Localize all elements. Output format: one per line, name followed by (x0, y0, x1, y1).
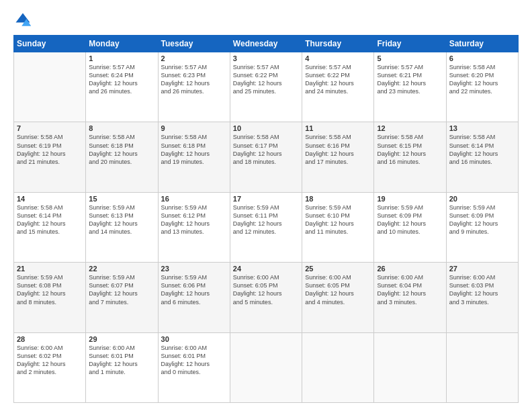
day-header: Wednesday (230, 36, 302, 52)
calendar-cell: 3Sunrise: 5:57 AM Sunset: 6:22 PM Daylig… (230, 52, 302, 122)
day-info: Sunrise: 5:57 AM Sunset: 6:22 PM Dayligh… (305, 63, 371, 96)
day-number: 28 (17, 335, 83, 343)
calendar-cell: 1Sunrise: 5:57 AM Sunset: 6:24 PM Daylig… (86, 52, 158, 122)
calendar-cell (14, 52, 86, 122)
calendar-cell: 15Sunrise: 5:59 AM Sunset: 6:13 PM Dayli… (86, 192, 158, 262)
calendar-row: 7Sunrise: 5:58 AM Sunset: 6:19 PM Daylig… (14, 122, 519, 192)
day-number: 4 (305, 54, 371, 62)
calendar-cell: 17Sunrise: 5:59 AM Sunset: 6:11 PM Dayli… (230, 192, 302, 262)
calendar-row: 1Sunrise: 5:57 AM Sunset: 6:24 PM Daylig… (14, 52, 519, 122)
day-number: 30 (161, 335, 227, 343)
day-number: 17 (233, 195, 299, 203)
day-number: 14 (17, 195, 83, 203)
day-info: Sunrise: 6:00 AM Sunset: 6:03 PM Dayligh… (449, 273, 515, 306)
calendar-cell: 4Sunrise: 5:57 AM Sunset: 6:22 PM Daylig… (302, 52, 374, 122)
day-number: 5 (377, 54, 443, 62)
calendar-cell: 10Sunrise: 5:58 AM Sunset: 6:17 PM Dayli… (230, 122, 302, 192)
day-number: 9 (161, 124, 227, 132)
day-info: Sunrise: 5:59 AM Sunset: 6:09 PM Dayligh… (377, 203, 443, 236)
day-header: Monday (86, 36, 158, 52)
day-info: Sunrise: 5:58 AM Sunset: 6:19 PM Dayligh… (17, 133, 83, 166)
calendar-body: 1Sunrise: 5:57 AM Sunset: 6:24 PM Daylig… (14, 52, 519, 403)
calendar-cell: 25Sunrise: 6:00 AM Sunset: 6:05 PM Dayli… (302, 263, 374, 332)
day-info: Sunrise: 5:59 AM Sunset: 6:10 PM Dayligh… (305, 203, 371, 236)
day-info: Sunrise: 5:57 AM Sunset: 6:24 PM Dayligh… (89, 63, 154, 96)
day-number: 18 (305, 195, 371, 203)
calendar-cell: 16Sunrise: 5:59 AM Sunset: 6:12 PM Dayli… (158, 192, 230, 262)
calendar-cell: 23Sunrise: 5:59 AM Sunset: 6:06 PM Dayli… (158, 263, 230, 332)
day-info: Sunrise: 5:58 AM Sunset: 6:18 PM Dayligh… (161, 133, 227, 166)
day-number: 26 (377, 265, 443, 273)
day-number: 25 (305, 265, 371, 273)
calendar-cell: 22Sunrise: 5:59 AM Sunset: 6:07 PM Dayli… (86, 263, 158, 332)
calendar-cell (302, 332, 374, 402)
day-number: 22 (89, 265, 154, 273)
calendar-cell: 29Sunrise: 6:00 AM Sunset: 6:01 PM Dayli… (86, 332, 158, 402)
day-number: 16 (161, 195, 227, 203)
day-number: 24 (233, 265, 299, 273)
day-info: Sunrise: 5:58 AM Sunset: 6:14 PM Dayligh… (449, 133, 515, 166)
day-info: Sunrise: 5:58 AM Sunset: 6:16 PM Dayligh… (305, 133, 371, 166)
day-info: Sunrise: 5:58 AM Sunset: 6:20 PM Dayligh… (449, 63, 515, 96)
day-header: Friday (374, 36, 446, 52)
calendar-cell (446, 332, 518, 402)
day-info: Sunrise: 5:59 AM Sunset: 6:13 PM Dayligh… (89, 203, 154, 236)
day-number: 11 (305, 124, 371, 132)
day-info: Sunrise: 6:00 AM Sunset: 6:05 PM Dayligh… (233, 273, 299, 306)
calendar-cell: 27Sunrise: 6:00 AM Sunset: 6:03 PM Dayli… (446, 263, 518, 332)
day-info: Sunrise: 5:59 AM Sunset: 6:07 PM Dayligh… (89, 273, 154, 306)
header-row: SundayMondayTuesdayWednesdayThursdayFrid… (14, 36, 519, 52)
day-number: 1 (89, 54, 154, 62)
day-number: 6 (449, 54, 515, 62)
calendar-cell: 9Sunrise: 5:58 AM Sunset: 6:18 PM Daylig… (158, 122, 230, 192)
day-info: Sunrise: 6:00 AM Sunset: 6:01 PM Dayligh… (161, 344, 227, 377)
day-number: 20 (449, 195, 515, 203)
day-info: Sunrise: 5:57 AM Sunset: 6:21 PM Dayligh… (377, 63, 443, 96)
day-number: 8 (89, 124, 154, 132)
calendar-cell: 12Sunrise: 5:58 AM Sunset: 6:15 PM Dayli… (374, 122, 446, 192)
day-info: Sunrise: 5:58 AM Sunset: 6:17 PM Dayligh… (233, 133, 299, 166)
calendar-cell: 26Sunrise: 6:00 AM Sunset: 6:04 PM Dayli… (374, 263, 446, 332)
day-number: 27 (449, 265, 515, 273)
day-info: Sunrise: 5:59 AM Sunset: 6:06 PM Dayligh… (161, 273, 227, 306)
calendar-cell (374, 332, 446, 402)
calendar-cell: 5Sunrise: 5:57 AM Sunset: 6:21 PM Daylig… (374, 52, 446, 122)
day-header: Saturday (446, 36, 518, 52)
calendar-cell: 2Sunrise: 5:57 AM Sunset: 6:23 PM Daylig… (158, 52, 230, 122)
calendar-header: SundayMondayTuesdayWednesdayThursdayFrid… (14, 36, 519, 52)
calendar-cell (230, 332, 302, 402)
logo-icon (13, 11, 32, 30)
day-info: Sunrise: 5:59 AM Sunset: 6:11 PM Dayligh… (233, 203, 299, 236)
day-info: Sunrise: 5:58 AM Sunset: 6:14 PM Dayligh… (17, 203, 83, 236)
calendar-cell: 28Sunrise: 6:00 AM Sunset: 6:02 PM Dayli… (14, 332, 86, 402)
day-number: 3 (233, 54, 299, 62)
day-number: 21 (17, 265, 83, 273)
calendar: SundayMondayTuesdayWednesdayThursdayFrid… (13, 35, 519, 403)
day-info: Sunrise: 5:58 AM Sunset: 6:18 PM Dayligh… (89, 133, 154, 166)
day-info: Sunrise: 6:00 AM Sunset: 6:04 PM Dayligh… (377, 273, 443, 306)
day-info: Sunrise: 6:00 AM Sunset: 6:01 PM Dayligh… (89, 344, 154, 377)
calendar-cell: 8Sunrise: 5:58 AM Sunset: 6:18 PM Daylig… (86, 122, 158, 192)
page: SundayMondayTuesdayWednesdayThursdayFrid… (0, 0, 532, 411)
day-info: Sunrise: 6:00 AM Sunset: 6:05 PM Dayligh… (305, 273, 371, 306)
day-number: 19 (377, 195, 443, 203)
day-info: Sunrise: 6:00 AM Sunset: 6:02 PM Dayligh… (17, 344, 83, 377)
day-number: 23 (161, 265, 227, 273)
calendar-cell: 19Sunrise: 5:59 AM Sunset: 6:09 PM Dayli… (374, 192, 446, 262)
day-info: Sunrise: 5:58 AM Sunset: 6:15 PM Dayligh… (377, 133, 443, 166)
day-number: 13 (449, 124, 515, 132)
day-info: Sunrise: 5:59 AM Sunset: 6:08 PM Dayligh… (17, 273, 83, 306)
day-number: 29 (89, 335, 154, 343)
day-info: Sunrise: 5:59 AM Sunset: 6:09 PM Dayligh… (449, 203, 515, 236)
day-info: Sunrise: 5:57 AM Sunset: 6:23 PM Dayligh… (161, 63, 227, 96)
day-number: 2 (161, 54, 227, 62)
calendar-cell: 21Sunrise: 5:59 AM Sunset: 6:08 PM Dayli… (14, 263, 86, 332)
calendar-cell: 30Sunrise: 6:00 AM Sunset: 6:01 PM Dayli… (158, 332, 230, 402)
calendar-cell: 7Sunrise: 5:58 AM Sunset: 6:19 PM Daylig… (14, 122, 86, 192)
logo (13, 11, 35, 30)
day-number: 15 (89, 195, 154, 203)
calendar-cell: 20Sunrise: 5:59 AM Sunset: 6:09 PM Dayli… (446, 192, 518, 262)
calendar-cell: 18Sunrise: 5:59 AM Sunset: 6:10 PM Dayli… (302, 192, 374, 262)
header (13, 11, 519, 30)
day-number: 10 (233, 124, 299, 132)
